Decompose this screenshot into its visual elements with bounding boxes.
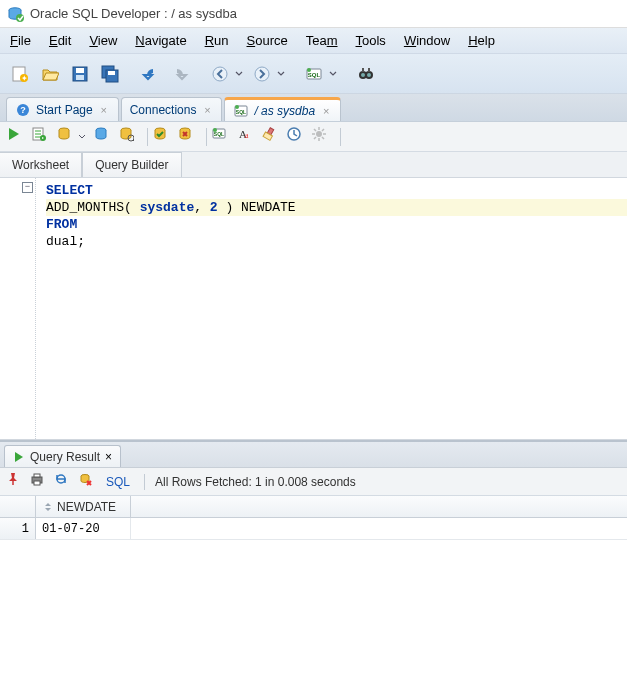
explain-dropdown[interactable] [78,133,88,141]
sql-file-icon: SQL [233,103,249,119]
svg-line-33 [133,140,134,142]
autotrace-button[interactable] [93,126,115,148]
close-icon[interactable]: × [201,104,213,116]
column-header-newdate[interactable]: NEWDATE [36,496,131,517]
close-icon[interactable]: × [98,104,110,116]
help-icon: ? [15,102,31,118]
svg-point-11 [213,67,227,81]
delete-button[interactable] [78,472,98,492]
sql-worksheet-dropdown[interactable] [328,70,338,78]
sql-worksheet-button[interactable]: SQL [302,62,326,86]
tab-query-result[interactable]: Query Result × [4,445,121,467]
close-icon[interactable]: × [105,450,112,464]
menu-source[interactable]: Source [247,33,288,48]
save-button[interactable] [68,62,92,86]
forward-button[interactable] [250,62,274,86]
commit-button[interactable] [152,126,174,148]
forward-dropdown[interactable] [276,70,286,78]
redo-button[interactable] [168,62,192,86]
svg-rect-21 [368,68,370,72]
new-button[interactable]: ✦ [8,62,32,86]
svg-rect-47 [34,474,40,477]
table-name: dual; [46,234,85,249]
save-all-button[interactable] [98,62,122,86]
refresh-button[interactable] [54,472,74,492]
run-button[interactable] [6,126,28,148]
window-title: Oracle SQL Developer : / as sysdba [30,6,237,21]
code-area[interactable]: SELECT ADD_MONTHS( sysdate, 2 ) NEWDATE … [0,178,627,250]
tab-label: / as sysdba [254,104,315,118]
menu-file[interactable]: File [10,33,31,48]
svg-rect-6 [76,68,84,73]
svg-text:✦: ✦ [21,74,28,83]
tab-start-page[interactable]: ? Start Page × [6,97,119,121]
menu-window[interactable]: Window [404,33,450,48]
menu-run[interactable]: Run [205,33,229,48]
svg-text:a: a [245,131,249,140]
tab-connections[interactable]: Connections × [121,97,223,121]
print-button[interactable] [30,472,50,492]
to-upper-button[interactable]: Aa [236,126,258,148]
unshared-worksheet-button[interactable]: SQL [211,126,233,148]
tab-label: Query Result [30,450,100,464]
tab-label: Connections [130,103,197,117]
column-label: NEWDATE [57,500,116,514]
svg-point-12 [255,67,269,81]
back-button[interactable] [208,62,232,86]
svg-point-38 [213,128,217,132]
keyword-from: FROM [46,217,77,232]
svg-point-19 [367,73,371,77]
menu-tools[interactable]: Tools [356,33,386,48]
tab-label: Start Page [36,103,93,117]
subtab-worksheet[interactable]: Worksheet [0,152,82,177]
svg-point-18 [361,73,365,77]
grid-header: NEWDATE [0,496,627,518]
open-button[interactable] [38,62,62,86]
alias: NEWDATE [241,200,296,215]
undo-button[interactable] [138,62,162,86]
svg-point-15 [307,68,311,72]
sql-editor[interactable]: − SELECT ADD_MONTHS( sysdate, 2 ) NEWDAT… [0,178,627,440]
rollback-button[interactable] [177,126,199,148]
editor-tabstrip: ? Start Page × Connections × SQL / as sy… [0,94,627,122]
func: ADD_MONTHS [46,200,124,215]
clear-button[interactable] [261,126,283,148]
pin-button[interactable] [6,472,26,492]
keyword-select: SELECT [46,183,93,198]
svg-text:?: ? [20,105,26,115]
rownum-header[interactable] [0,496,36,517]
explain-plan-button[interactable] [56,126,78,148]
back-dropdown[interactable] [234,70,244,78]
menu-team[interactable]: Team [306,33,338,48]
arg-sysdate: sysdate [140,200,195,215]
play-icon [13,451,25,463]
menu-edit[interactable]: Edit [49,33,71,48]
menu-navigate[interactable]: Navigate [135,33,186,48]
results-toolbar: SQL All Rows Fetched: 1 in 0.008 seconds [0,468,627,496]
run-script-button[interactable] [31,126,53,148]
arg-num: 2 [210,200,218,215]
history-button[interactable] [286,126,308,148]
svg-point-44 [316,131,322,137]
svg-text:SQL: SQL [236,109,246,115]
subtabs: Worksheet Query Builder [0,152,627,178]
sql-tuning-button[interactable] [118,126,140,148]
row-number: 1 [0,518,36,539]
subtab-query-builder[interactable]: Query Builder [82,152,181,177]
sort-icon [42,501,54,513]
titlebar: Oracle SQL Developer : / as sysdba [0,0,627,28]
table-row[interactable]: 1 01-07-20 [0,518,627,540]
menu-help[interactable]: Help [468,33,495,48]
editor-gutter: − [0,178,36,439]
tab-as-sysdba[interactable]: SQL / as sysdba × [224,97,341,121]
settings-button[interactable] [311,126,333,148]
sql-link[interactable]: SQL [106,475,130,489]
main-toolbar: ✦ SQL [0,54,627,94]
binoculars-button[interactable] [354,62,378,86]
close-icon[interactable]: × [320,105,332,117]
cell-newdate[interactable]: 01-07-20 [36,518,131,539]
app-icon [6,5,24,23]
fold-minus-icon[interactable]: − [22,182,33,193]
menu-view[interactable]: View [89,33,117,48]
result-grid: NEWDATE 1 01-07-20 [0,496,627,540]
